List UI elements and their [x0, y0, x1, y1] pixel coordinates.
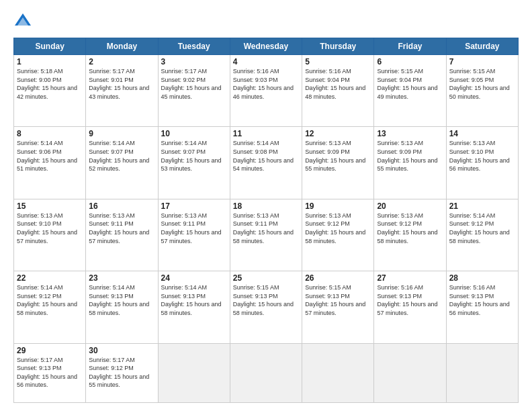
day-info: Sunrise: 5:14 AM Sunset: 9:13 PM Dayligh… — [161, 283, 227, 317]
calendar-cell: 26 Sunrise: 5:15 AM Sunset: 9:13 PM Dayl… — [302, 271, 374, 343]
day-info: Sunrise: 5:16 AM Sunset: 9:13 PM Dayligh… — [377, 283, 443, 317]
day-info: Sunrise: 5:14 AM Sunset: 9:12 PM Dayligh… — [449, 212, 515, 245]
day-info: Sunrise: 5:13 AM Sunset: 9:11 PM Dayligh… — [89, 212, 154, 245]
day-number: 14 — [449, 129, 515, 138]
logo — [13, 12, 35, 31]
calendar-cell — [230, 343, 302, 402]
day-number: 24 — [161, 273, 227, 283]
day-number: 1 — [17, 57, 83, 66]
calendar-cell: 5 Sunrise: 5:16 AM Sunset: 9:04 PM Dayli… — [302, 55, 374, 127]
calendar-week-4: 22 Sunrise: 5:14 AM Sunset: 9:12 PM Dayl… — [14, 271, 519, 343]
calendar-cell: 13 Sunrise: 5:13 AM Sunset: 9:09 PM Dayl… — [374, 127, 446, 199]
calendar-cell: 4 Sunrise: 5:16 AM Sunset: 9:03 PM Dayli… — [230, 55, 302, 127]
calendar-cell — [446, 343, 518, 402]
day-info: Sunrise: 5:13 AM Sunset: 9:12 PM Dayligh… — [305, 212, 371, 245]
calendar-week-2: 8 Sunrise: 5:14 AM Sunset: 9:06 PM Dayli… — [14, 127, 519, 199]
day-number: 21 — [449, 201, 515, 211]
day-header-wednesday: Wednesday — [230, 38, 302, 55]
calendar-week-3: 15 Sunrise: 5:13 AM Sunset: 9:10 PM Dayl… — [14, 199, 519, 271]
calendar-cell: 1 Sunrise: 5:18 AM Sunset: 9:00 PM Dayli… — [14, 55, 86, 127]
day-header-saturday: Saturday — [446, 38, 518, 55]
calendar-week-5: 29 Sunrise: 5:17 AM Sunset: 9:13 PM Dayl… — [14, 343, 519, 402]
day-header-monday: Monday — [86, 38, 158, 55]
calendar-cell: 8 Sunrise: 5:14 AM Sunset: 9:06 PM Dayli… — [14, 127, 86, 199]
calendar-cell — [158, 343, 230, 402]
day-info: Sunrise: 5:15 AM Sunset: 9:13 PM Dayligh… — [305, 283, 371, 317]
calendar-cell: 29 Sunrise: 5:17 AM Sunset: 9:13 PM Dayl… — [14, 343, 86, 402]
day-info: Sunrise: 5:15 AM Sunset: 9:04 PM Dayligh… — [377, 67, 443, 101]
day-info: Sunrise: 5:14 AM Sunset: 9:13 PM Dayligh… — [89, 283, 154, 317]
day-info: Sunrise: 5:17 AM Sunset: 9:02 PM Dayligh… — [161, 67, 227, 101]
day-info: Sunrise: 5:14 AM Sunset: 9:08 PM Dayligh… — [233, 139, 299, 173]
day-info: Sunrise: 5:14 AM Sunset: 9:12 PM Dayligh… — [17, 283, 83, 317]
day-info: Sunrise: 5:17 AM Sunset: 9:01 PM Dayligh… — [89, 67, 154, 101]
day-info: Sunrise: 5:18 AM Sunset: 9:00 PM Dayligh… — [17, 67, 83, 101]
calendar-cell: 14 Sunrise: 5:13 AM Sunset: 9:10 PM Dayl… — [446, 127, 518, 199]
day-number: 8 — [17, 129, 83, 138]
day-info: Sunrise: 5:13 AM Sunset: 9:10 PM Dayligh… — [449, 139, 515, 173]
day-info: Sunrise: 5:13 AM Sunset: 9:09 PM Dayligh… — [305, 139, 371, 173]
calendar-cell — [302, 343, 374, 402]
day-number: 10 — [161, 129, 227, 138]
calendar-cell: 23 Sunrise: 5:14 AM Sunset: 9:13 PM Dayl… — [86, 271, 158, 343]
day-info: Sunrise: 5:14 AM Sunset: 9:07 PM Dayligh… — [89, 139, 154, 173]
day-info: Sunrise: 5:13 AM Sunset: 9:12 PM Dayligh… — [377, 212, 443, 245]
day-info: Sunrise: 5:14 AM Sunset: 9:07 PM Dayligh… — [161, 139, 227, 173]
day-info: Sunrise: 5:13 AM Sunset: 9:11 PM Dayligh… — [233, 212, 299, 245]
day-info: Sunrise: 5:15 AM Sunset: 9:13 PM Dayligh… — [233, 283, 299, 317]
calendar-cell: 15 Sunrise: 5:13 AM Sunset: 9:10 PM Dayl… — [14, 199, 86, 271]
calendar-table: SundayMondayTuesdayWednesdayThursdayFrid… — [13, 38, 519, 403]
day-info: Sunrise: 5:16 AM Sunset: 9:03 PM Dayligh… — [233, 67, 299, 101]
day-number: 19 — [305, 201, 371, 211]
calendar-cell: 30 Sunrise: 5:17 AM Sunset: 9:12 PM Dayl… — [86, 343, 158, 402]
day-info: Sunrise: 5:13 AM Sunset: 9:11 PM Dayligh… — [161, 212, 227, 245]
day-number: 23 — [89, 273, 154, 283]
day-number: 5 — [305, 57, 371, 66]
day-info: Sunrise: 5:13 AM Sunset: 9:09 PM Dayligh… — [377, 139, 443, 173]
day-number: 30 — [89, 346, 154, 355]
day-number: 2 — [89, 57, 154, 66]
calendar-cell: 17 Sunrise: 5:13 AM Sunset: 9:11 PM Dayl… — [158, 199, 230, 271]
header — [13, 12, 519, 31]
calendar-cell: 20 Sunrise: 5:13 AM Sunset: 9:12 PM Dayl… — [374, 199, 446, 271]
calendar-cell: 24 Sunrise: 5:14 AM Sunset: 9:13 PM Dayl… — [158, 271, 230, 343]
day-number: 20 — [377, 201, 443, 211]
day-number: 7 — [449, 57, 515, 66]
day-header-friday: Friday — [374, 38, 446, 55]
calendar-cell: 9 Sunrise: 5:14 AM Sunset: 9:07 PM Dayli… — [86, 127, 158, 199]
calendar-cell: 18 Sunrise: 5:13 AM Sunset: 9:11 PM Dayl… — [230, 199, 302, 271]
calendar-cell: 27 Sunrise: 5:16 AM Sunset: 9:13 PM Dayl… — [374, 271, 446, 343]
day-header-thursday: Thursday — [302, 38, 374, 55]
page: SundayMondayTuesdayWednesdayThursdayFrid… — [0, 0, 532, 411]
calendar-header-row: SundayMondayTuesdayWednesdayThursdayFrid… — [14, 38, 519, 55]
day-number: 29 — [17, 346, 83, 355]
day-number: 11 — [233, 129, 299, 138]
calendar-cell: 6 Sunrise: 5:15 AM Sunset: 9:04 PM Dayli… — [374, 55, 446, 127]
day-header-sunday: Sunday — [14, 38, 86, 55]
day-number: 22 — [17, 273, 83, 283]
day-number: 17 — [161, 201, 227, 211]
day-number: 25 — [233, 273, 299, 283]
day-number: 13 — [377, 129, 443, 138]
day-info: Sunrise: 5:17 AM Sunset: 9:12 PM Dayligh… — [89, 356, 154, 390]
calendar-cell: 16 Sunrise: 5:13 AM Sunset: 9:11 PM Dayl… — [86, 199, 158, 271]
day-number: 16 — [89, 201, 154, 211]
day-number: 15 — [17, 201, 83, 211]
calendar-cell: 7 Sunrise: 5:15 AM Sunset: 9:05 PM Dayli… — [446, 55, 518, 127]
day-info: Sunrise: 5:16 AM Sunset: 9:13 PM Dayligh… — [449, 283, 515, 317]
day-info: Sunrise: 5:13 AM Sunset: 9:10 PM Dayligh… — [17, 212, 83, 245]
calendar-cell: 11 Sunrise: 5:14 AM Sunset: 9:08 PM Dayl… — [230, 127, 302, 199]
day-number: 27 — [377, 273, 443, 283]
calendar-cell: 10 Sunrise: 5:14 AM Sunset: 9:07 PM Dayl… — [158, 127, 230, 199]
day-number: 4 — [233, 57, 299, 66]
day-number: 3 — [161, 57, 227, 66]
calendar-cell: 3 Sunrise: 5:17 AM Sunset: 9:02 PM Dayli… — [158, 55, 230, 127]
calendar-cell: 2 Sunrise: 5:17 AM Sunset: 9:01 PM Dayli… — [86, 55, 158, 127]
day-info: Sunrise: 5:15 AM Sunset: 9:05 PM Dayligh… — [449, 67, 515, 101]
day-info: Sunrise: 5:17 AM Sunset: 9:13 PM Dayligh… — [17, 356, 83, 390]
day-number: 26 — [305, 273, 371, 283]
day-info: Sunrise: 5:16 AM Sunset: 9:04 PM Dayligh… — [305, 67, 371, 101]
logo-icon — [13, 12, 32, 31]
calendar-cell: 21 Sunrise: 5:14 AM Sunset: 9:12 PM Dayl… — [446, 199, 518, 271]
day-number: 6 — [377, 57, 443, 66]
